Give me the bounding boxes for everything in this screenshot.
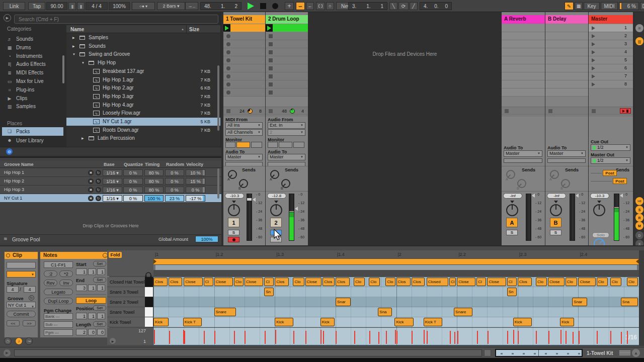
sidebar-item-packs[interactable]: ❏Packs (2, 127, 63, 136)
groove-random-value[interactable]: 23 % (165, 195, 184, 202)
scene-slot[interactable]: 1 (589, 24, 633, 32)
ableton-logo-icon[interactable]: ▲ (632, 349, 640, 357)
velocity-stem[interactable] (573, 332, 574, 344)
empty-clip-slot[interactable] (266, 80, 308, 88)
loop-button[interactable]: Loop (76, 297, 106, 304)
piano-key[interactable] (145, 277, 153, 287)
automation-arm-button[interactable]: ∽ (296, 2, 305, 10)
midi-note[interactable]: Kick (513, 318, 532, 326)
chevron-right-icon[interactable]: ▶ (82, 134, 84, 142)
scene-slot[interactable]: 8 (589, 80, 633, 88)
empty-clip-slot[interactable] (266, 72, 308, 80)
velocity-stem[interactable] (627, 331, 628, 344)
drum-row-label[interactable]: Snare 2 Towel (107, 297, 145, 307)
playing-clip-slot[interactable] (266, 24, 308, 32)
nudge-down-button[interactable]: |||| (68, 2, 76, 10)
duplicate-loop-button[interactable]: Dupl.Loop (44, 298, 73, 304)
nudge-up-button[interactable]: |||| (77, 2, 85, 10)
drum-row-label[interactable]: Snare Towel (107, 307, 145, 317)
save-groove-icon[interactable]: ▣ (88, 178, 94, 184)
empty-clip-slot[interactable] (266, 88, 308, 97)
empty-clip-slot[interactable] (223, 48, 265, 56)
invert-button[interactable]: Inv (59, 280, 73, 286)
metronome-button[interactable]: ○● ▾ (132, 2, 155, 10)
link-button[interactable]: Link (3, 2, 25, 10)
scene-slot[interactable]: 3 (589, 40, 633, 48)
monitor-off-button[interactable] (251, 142, 262, 148)
pgm-select[interactable]: Pgm --- (44, 329, 73, 336)
track-header[interactable]: A Reverb (502, 15, 545, 24)
groove-col-timing[interactable]: Timing (145, 162, 159, 167)
sidebar-item-user-library[interactable]: ☻User Library (2, 136, 63, 145)
velocity-stem[interactable] (395, 330, 396, 344)
midi-note[interactable]: Kick T (183, 318, 202, 326)
midi-note[interactable]: Close (245, 278, 263, 286)
velocity-stem[interactable] (507, 332, 508, 344)
position-field-0[interactable]: 1 (76, 313, 87, 319)
output-type-select[interactable]: Master▼ (504, 150, 542, 157)
tree-row[interactable]: ∿Hip Hop 4.agr7 KB (66, 101, 220, 109)
groove-velocity-value[interactable]: 15 % (186, 178, 205, 185)
midi-note[interactable]: Cl (449, 278, 456, 286)
groove-pool-icon[interactable]: ≋ (4, 236, 8, 241)
groove-timing-value[interactable]: 80 % (144, 178, 164, 185)
punch-out-button[interactable]: ╱ (410, 2, 418, 10)
groove-col-random[interactable]: Random (166, 162, 184, 167)
midi-note[interactable]: Kick (275, 318, 293, 326)
scene-play-icon[interactable] (592, 74, 595, 78)
tap-tempo-button[interactable]: Tap (28, 2, 45, 10)
save-groove-icon[interactable]: ▣ (88, 170, 94, 175)
tree-row[interactable]: ∿Roots Down.agr7 KB (66, 126, 220, 134)
overview-menu-icon[interactable]: ≡ (635, 24, 643, 32)
sidebar-item-audio-effects[interactable]: ‖|Audio Effects (2, 60, 63, 68)
save-groove-icon[interactable]: ▣ (88, 196, 94, 201)
midi-note[interactable]: Close (578, 278, 595, 286)
end-field-2[interactable]: 1 (97, 285, 105, 291)
sort-ascending-icon[interactable]: ▲ (181, 28, 184, 31)
scrub-area[interactable] (153, 265, 639, 270)
velocity-stem[interactable] (245, 331, 246, 344)
clip-stop-icon[interactable] (269, 42, 273, 46)
hot-swap-groove-icon[interactable]: ↻ (96, 178, 101, 184)
tree-column-header[interactable]: Name ▲ Size (66, 25, 220, 33)
double-time-button[interactable]: *2 (59, 270, 73, 277)
solo-button[interactable]: S (228, 230, 239, 235)
length-field-0[interactable]: 2 (76, 329, 87, 335)
midi-note[interactable]: Cl (264, 278, 274, 286)
sub-bank-select[interactable]: Sub --- (44, 321, 73, 328)
monitor-in-button[interactable] (225, 142, 235, 148)
empty-clip-slot[interactable] (223, 40, 265, 48)
signature-denominator[interactable]: 4 (24, 286, 36, 293)
velocity-stem[interactable] (597, 331, 598, 344)
midi-note[interactable]: Cl (476, 278, 486, 286)
sidebar-item-instruments[interactable]: ◔Instruments (2, 52, 63, 60)
midi-map-button[interactable]: MIDI (601, 2, 618, 10)
tree-row[interactable]: ∿Hip Hop 2.agr6 KB (66, 84, 220, 92)
output-type-select[interactable]: Master▼ (268, 154, 305, 160)
monitor-auto-button[interactable] (236, 142, 250, 148)
groove-base-select[interactable]: 1/16 ▾ (103, 169, 122, 176)
empty-clip-slot[interactable] (223, 88, 265, 97)
stop-clips-icon[interactable] (505, 109, 509, 113)
scene-play-icon[interactable] (592, 82, 595, 86)
piano-key[interactable] (145, 307, 153, 317)
velocity-stem[interactable] (183, 330, 184, 344)
midi-note[interactable]: Close (305, 278, 322, 286)
midi-note[interactable]: Close (184, 278, 202, 286)
velocity-stem[interactable] (454, 332, 455, 344)
midi-note[interactable]: Closed (427, 278, 448, 286)
velocity-stem[interactable] (204, 331, 205, 344)
solo-button[interactable]: S (550, 230, 561, 235)
position-field-1[interactable]: 1 (88, 313, 96, 319)
clip-play-icon[interactable] (225, 26, 229, 31)
search-input[interactable]: Search (Cmd + F) (14, 15, 218, 24)
hot-swap-groove-icon[interactable]: ↻ (96, 196, 101, 201)
track-activator[interactable]: B (550, 218, 561, 227)
sidebar-item-samples[interactable]: ▥Samples (2, 103, 63, 111)
scene-play-icon[interactable] (592, 34, 595, 38)
groove-select[interactable]: NY Cut 1▼ (7, 302, 36, 308)
position-field-2[interactable]: 1 (97, 313, 105, 319)
clip-stop-icon[interactable] (269, 82, 273, 86)
loop-toggle-mini[interactable] (484, 349, 491, 356)
volume-value[interactable]: -Inf (503, 193, 522, 199)
